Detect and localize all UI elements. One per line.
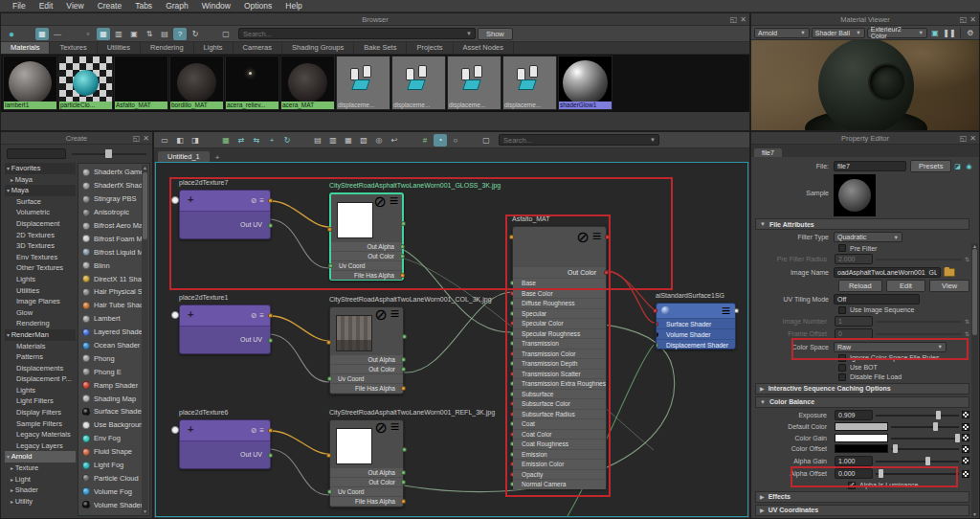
exposure-field[interactable]: 0.909	[835, 410, 873, 420]
color-offset-swatch[interactable]	[835, 444, 888, 453]
display-connected-icon[interactable]: ▥	[326, 134, 340, 147]
file-texture-node[interactable]: ⊘≡ Out Alpha Out Color Uv Coord File Has…	[329, 306, 404, 395]
browser-tab[interactable]: Shading Groups	[282, 42, 354, 54]
node-attribute-row[interactable]: Opacity	[513, 469, 606, 480]
no-preview-icon[interactable]: ⊘	[251, 196, 257, 206]
default-color-swatch[interactable]	[835, 422, 888, 431]
port-dot[interactable]	[400, 254, 405, 259]
list-item[interactable]: Surface Shader	[82, 405, 142, 418]
property-editor-scrollbar[interactable]: ▲▼	[971, 243, 978, 517]
color-offset-slider[interactable]	[891, 444, 959, 453]
focus-icon[interactable]: ◪	[951, 161, 963, 171]
material-swatch[interactable]: shaderGlow1	[558, 56, 612, 110]
node-attribute-row[interactable]: Coat	[513, 418, 606, 429]
out-port[interactable]	[268, 198, 273, 203]
file-texture-node[interactable]: ⊘≡ Out Alpha Out Color Uv Coord File Has…	[329, 192, 404, 281]
out-uv-port[interactable]	[268, 223, 273, 228]
tab-file7[interactable]: file7	[754, 148, 782, 157]
default-color-slider[interactable]	[891, 422, 959, 431]
tree-item[interactable]: 2D Textures	[5, 230, 76, 241]
material-node-asfalto[interactable]: ⊘≡ Out Color Base Base Color Diffuse Rou…	[512, 226, 607, 488]
menu-icon[interactable]: ≡	[259, 311, 264, 321]
material-swatch[interactable]: Asfalto_MAT	[114, 56, 168, 110]
thumb-small-icon[interactable]: ▫	[81, 28, 95, 40]
node-attribute-row[interactable]: Uv Coord	[330, 374, 403, 383]
simple-swatch-icon[interactable]: ○	[449, 134, 462, 147]
tree-item[interactable]: Surface	[5, 196, 76, 208]
color-space-dropdown[interactable]: Raw▼	[834, 342, 947, 352]
browser-tab[interactable]: Lights	[194, 42, 234, 54]
place2d-texture-node[interactable]: + ⊘ ≡ Out UV	[179, 305, 271, 354]
node-attribute-row[interactable]: Transmission Extra Roughness	[513, 378, 606, 389]
tree-item[interactable]: Lights	[5, 385, 76, 396]
node-editor-search[interactable]: ▼	[499, 134, 659, 146]
tree-item[interactable]: Legacy Materials	[5, 429, 76, 440]
map-button-icon[interactable]	[962, 434, 969, 441]
port-dot[interactable]	[657, 343, 658, 348]
list-item[interactable]: Lambert	[82, 312, 142, 326]
pre-filter-checkbox[interactable]	[838, 244, 846, 252]
section-color-balance[interactable]: ▼Color Balance	[755, 396, 969, 408]
out-port[interactable]	[268, 313, 273, 318]
graph-tab[interactable]: Untitled_1	[158, 151, 210, 162]
tree-item[interactable]: Texture	[5, 463, 76, 474]
edit-button[interactable]: Edit	[886, 280, 926, 292]
node-attribute-row[interactable]: File Has Alpha	[330, 384, 403, 393]
uv-in-port[interactable]	[326, 340, 331, 345]
chevron-down-icon[interactable]: ▼	[650, 137, 658, 143]
port-dot[interactable]	[400, 244, 405, 249]
grid-snap-icon[interactable]: #	[418, 134, 432, 147]
gear-icon[interactable]: ⚙	[965, 27, 976, 39]
menu-item[interactable]: Window	[195, 1, 237, 11]
tree-item[interactable]: Lights	[5, 274, 76, 285]
menu-item[interactable]: Tabs	[128, 1, 159, 11]
out-port[interactable]	[268, 428, 273, 433]
tree-item[interactable]: Sample Filters	[5, 418, 76, 430]
display-custom-icon[interactable]: ▧	[357, 134, 370, 147]
section-effects[interactable]: ▶Effects	[755, 491, 969, 503]
node-attribute-row[interactable]: Out Alpha	[331, 242, 402, 251]
node-editor-search-input[interactable]	[500, 136, 650, 145]
browser-tab[interactable]: Projects	[407, 42, 453, 54]
node-attribute-row[interactable]: Coat Color	[513, 429, 606, 440]
shading-group-node[interactable]: ≡ Surface Shader Volume Shader Displacem…	[656, 303, 736, 350]
list-item[interactable]: Light Fog	[82, 459, 142, 472]
node-attribute-row[interactable]: Out Color	[331, 252, 402, 260]
material-swatch[interactable]: displaceme...	[447, 56, 501, 110]
list-item[interactable]: Stingray PBS	[82, 192, 142, 206]
tree-item[interactable]: Materials	[5, 341, 76, 352]
stepper-icon[interactable]: ⇅	[965, 318, 969, 325]
menu-icon[interactable]: ≡	[390, 305, 399, 323]
browser-tab[interactable]: Asset Nodes	[454, 42, 515, 54]
node-attribute-row[interactable]: Uv Coord	[331, 261, 402, 270]
node-attribute-row[interactable]: Normal Camera	[513, 479, 606, 489]
place2d-texture-node[interactable]: + ⊘ ≡ Out UV	[179, 190, 271, 239]
node-attribute-row[interactable]: Specular Color	[513, 318, 606, 328]
tree-item[interactable]: Arnold	[5, 451, 76, 463]
list-item[interactable]: Bifrost Foam Mat...	[82, 232, 142, 245]
stepper-icon[interactable]: ⇅	[965, 330, 969, 337]
geometry-dropdown[interactable]: Shader Ball▼	[812, 28, 865, 38]
list-item[interactable]: Layered Shader	[82, 326, 142, 339]
list-item[interactable]: Bifrost Liquid Ma...	[82, 245, 142, 259]
file-name-input[interactable]	[834, 161, 906, 171]
node-attribute-row[interactable]: Base	[513, 278, 606, 288]
tree-item[interactable]: Displacements	[5, 363, 76, 374]
list-item[interactable]: Anisotropic	[82, 206, 142, 219]
browser-tab[interactable]: Rendering	[141, 42, 194, 54]
node-attribute-row[interactable]: Transmission	[513, 338, 606, 349]
menu-item[interactable]: Edit	[33, 1, 60, 11]
disable-file-load-checkbox[interactable]	[838, 373, 846, 381]
node-attribute-row[interactable]: Transmission Scatter	[513, 369, 606, 379]
map-button-icon[interactable]	[962, 470, 969, 478]
port-dot[interactable]	[657, 332, 658, 337]
back-icon[interactable]: ↩	[388, 134, 401, 147]
environment-dropdown[interactable]: Exterieur2 Color▼	[867, 28, 927, 38]
node-attribute-row[interactable]: Out Alpha	[330, 468, 403, 477]
display-all-icon[interactable]: ▦	[342, 134, 355, 147]
close-icon[interactable]: ✕	[740, 14, 746, 25]
node-attribute-row[interactable]: Specular	[513, 308, 606, 319]
list-item[interactable]: Hair Physical Sha...	[82, 285, 142, 299]
section-uv-coordinates[interactable]: ▶UV Coordinates	[755, 505, 969, 516]
browser-tab[interactable]: Materials	[1, 42, 50, 54]
